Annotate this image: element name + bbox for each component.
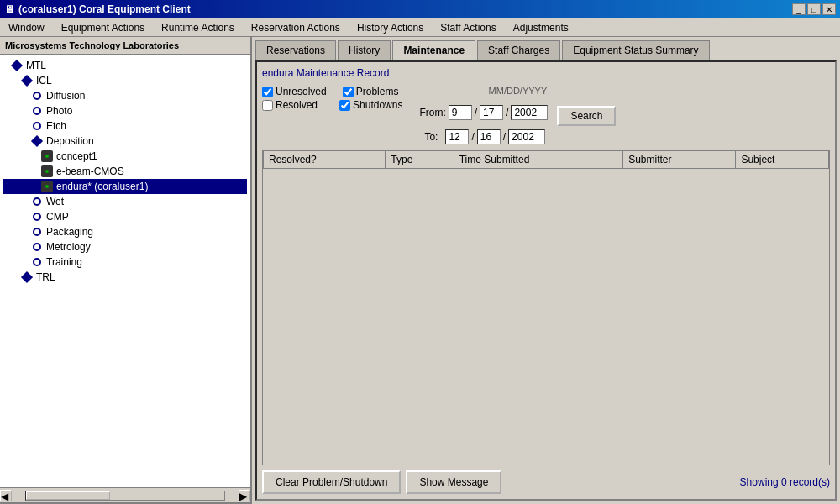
col-type: Type [386,151,454,169]
to-date-row: To: / / [419,129,616,144]
data-table: Resolved? Type Time Submitted Submitter … [262,150,830,465]
horizontal-scrollbar[interactable]: ◀ ▶ [0,487,250,502]
tab-staff-charges[interactable]: Staff Charges [477,40,560,60]
tree-node-deposition[interactable]: Deposition [3,134,247,149]
resolved-label: Resolved [276,99,318,111]
tree-node-mtl[interactable]: MTL [3,58,247,73]
right-panel: Reservations History Maintenance Staff C… [252,37,840,504]
from-date-row: From: / / Search [419,99,616,126]
tab-reservations[interactable]: Reservations [255,40,336,60]
tree-node-cmp[interactable]: CMP [3,209,247,224]
menu-runtime-actions[interactable]: Runtime Actions [156,20,239,35]
record-title: endura Maintenance Record [262,67,830,79]
shutdowns-label: Shutdowns [353,99,402,111]
tree-label-packaging: Packaging [46,226,93,238]
tab-bar: Reservations History Maintenance Staff C… [255,40,837,60]
from-year-input[interactable] [511,105,548,120]
tree-node-photo[interactable]: Photo [3,103,247,118]
menu-history-actions[interactable]: History Actions [352,20,428,35]
tree-label-training: Training [46,256,82,268]
circle-icon [30,89,44,102]
tree-node-training[interactable]: Training [3,255,247,270]
scrollbar-thumb[interactable] [26,491,110,500]
main-layout: Microsystems Technology Laboratories MTL… [0,37,840,504]
tab-maintenance[interactable]: Maintenance [392,40,475,60]
content-panel: endura Maintenance Record Unresolved Pro… [255,60,837,501]
tree-node-endura[interactable]: endura* (coraluser1) [3,179,247,194]
circle-icon [30,104,44,118]
tree-node-metrology[interactable]: Metrology [3,239,247,255]
scrollbar-track[interactable] [25,491,225,501]
traffic-icon [40,165,54,178]
resolved-row: Resolved Shutdowns [262,99,402,111]
tree-node-etch[interactable]: Etch [3,118,247,134]
tree-label-concept1: concept1 [56,150,97,162]
tab-equipment-status[interactable]: Equipment Status Summary [562,40,709,60]
record-count: Showing 0 record(s) [740,476,830,488]
minimize-button[interactable]: _ [792,3,806,15]
tree-node-concept1[interactable]: concept1 [3,149,247,164]
scroll-left-button[interactable]: ◀ [0,490,12,501]
tree-node-icl[interactable]: ICL [3,73,247,88]
filter-checkboxes: Unresolved Problems Resolved Shutdowns [262,86,402,111]
tree-label-trl: TRL [36,271,55,283]
filter-area: Unresolved Problems Resolved Shutdowns M… [262,86,830,144]
tree-node-diffusion[interactable]: Diffusion [3,88,247,103]
to-sep1: / [471,131,474,143]
to-day-input[interactable] [477,129,501,144]
to-sep2: / [503,131,506,143]
resolved-checkbox[interactable] [262,100,273,111]
shutdowns-checkbox[interactable] [339,100,350,111]
scroll-right-button[interactable]: ▶ [239,490,250,501]
maximize-button[interactable]: □ [807,3,821,15]
traffic-icon [40,180,54,193]
left-panel-header: Microsystems Technology Laboratories [0,37,250,55]
col-time-submitted: Time Submitted [454,151,622,169]
unresolved-label: Unresolved [276,86,327,97]
from-sep1: / [475,107,477,118]
tree-container: MTLICLDiffusionPhotoEtchDepositionconcep… [0,55,250,487]
date-format-hint: MM/DD/YYYY [419,86,616,96]
tree-node-wet[interactable]: Wet [3,194,247,209]
unresolved-row: Unresolved Problems [262,86,402,97]
from-day-input[interactable] [480,105,503,120]
title-bar-left: 🖥 (coraluser1) Coral Equipment Client [4,3,191,15]
title-bar-buttons: _ □ ✕ [792,3,836,15]
circle-icon [30,225,44,239]
problems-label: Problems [356,86,399,97]
table-header-row: Resolved? Type Time Submitted Submitter … [264,151,829,169]
to-label: To: [424,131,438,143]
diamond-icon [20,270,34,284]
tree-label-icl: ICL [36,75,52,87]
to-month-input[interactable] [445,129,469,144]
tree-node-trl[interactable]: TRL [3,270,247,285]
menu-window[interactable]: Window [3,20,50,35]
search-button[interactable]: Search [557,106,616,126]
menu-equipment-actions[interactable]: Equipment Actions [56,20,150,35]
tree-label-photo: Photo [46,105,72,117]
menu-bar: Window Equipment Actions Runtime Actions… [0,18,840,37]
menu-reservation-actions[interactable]: Reservation Actions [246,20,345,35]
col-subject: Subject [736,151,829,169]
tree-label-e-beam-cmos: e-beam-CMOS [56,165,124,177]
show-message-button[interactable]: Show Message [406,470,501,494]
clear-problem-shutdown-button[interactable]: Clear Problem/Shutdown [262,470,401,494]
to-year-input[interactable] [508,129,545,144]
circle-icon [30,240,44,254]
tab-history[interactable]: History [338,40,391,60]
problems-checkbox[interactable] [343,87,354,97]
tree-node-e-beam-cmos[interactable]: e-beam-CMOS [3,164,247,179]
unresolved-checkbox[interactable] [262,87,273,97]
window-title: (coraluser1) Coral Equipment Client [18,3,191,15]
menu-adjustments[interactable]: Adjustments [508,20,574,35]
tree-node-packaging[interactable]: Packaging [3,224,247,239]
tree-label-metrology: Metrology [46,241,91,253]
app-icon: 🖥 [4,3,14,15]
bottom-action-bar: Clear Problem/Shutdown Show Message Show… [262,470,830,494]
from-month-input[interactable] [449,105,472,120]
circle-icon [30,119,44,133]
tree-label-deposition: Deposition [46,135,94,147]
menu-staff-actions[interactable]: Staff Actions [435,20,501,35]
maintenance-table: Resolved? Type Time Submitted Submitter … [263,150,829,169]
close-button[interactable]: ✕ [822,3,836,15]
